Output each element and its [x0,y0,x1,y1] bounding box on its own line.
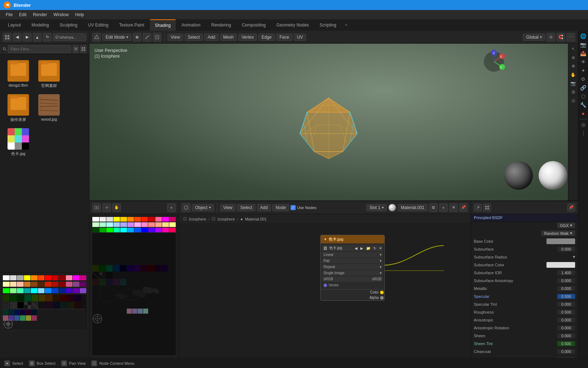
copy-material[interactable]: ⧉ [429,203,438,212]
file-item-dengzi[interactable]: dengzi.fbm [6,60,31,88]
tab-scripting[interactable]: Scripting [315,19,341,31]
panel-icon-particles[interactable]: ✦ [579,67,587,74]
bsdf-sheentint-row[interactable]: Sheen Tint 0.500 [471,340,578,348]
swatch-red-orange[interactable] [38,275,45,280]
face-menu[interactable]: Face [276,34,292,41]
panel-icon-modifier[interactable]: 🔧 [579,101,587,109]
proportional-edit[interactable]: ⊙ [546,33,555,42]
p-swatch[interactable] [99,217,106,222]
swatch-dk-brown[interactable] [38,282,45,287]
tool-camera[interactable]: 📷 [569,79,577,87]
swatch-green[interactable] [3,288,10,293]
edge-menu[interactable]: Edge [258,34,275,41]
lr-tool2[interactable] [483,204,491,212]
hand-tool-btn[interactable]: ✋ [112,203,121,212]
add-node-btn[interactable]: + [167,203,176,212]
p-swatch[interactable] [113,222,120,227]
p-swatch[interactable] [141,217,148,222]
p-swatch[interactable] [162,228,169,232]
panel-icon-constraints[interactable]: 🔗 [579,84,587,92]
bsdf-basecolor-swatch[interactable] [546,238,575,244]
swatch-purple-red[interactable] [80,275,87,280]
bsdf-sheentint-val[interactable]: 0.500 [557,341,575,346]
p-swatch[interactable] [134,222,141,227]
bsdf-specular-val[interactable]: 0.500 [557,294,575,299]
tab-geometry-nodes[interactable]: Geometry Nodes [271,19,314,31]
select-tool-btn[interactable]: ⊹ [102,203,111,212]
img-reload[interactable]: ↻ [372,246,377,250]
bsdf-subsurface-val[interactable]: 0.000 [557,247,575,252]
select-menu[interactable]: Select [185,34,203,41]
bsdf-anisorot-val[interactable]: 0.000 [557,325,575,330]
p-swatch[interactable] [169,228,176,232]
swatch-red2[interactable] [45,282,52,287]
tab-sculpting[interactable]: Sculpting [55,19,82,31]
p-swatch[interactable] [141,228,148,232]
tab-compositing[interactable]: Compositing [237,19,271,31]
menu-edit[interactable]: Edit [16,11,29,18]
new-material[interactable]: + [439,203,448,212]
swatch-white[interactable] [3,275,10,280]
view-menu[interactable]: View [167,34,183,41]
img-browse[interactable]: 📁 [365,246,371,250]
bsdf-basecolor-row[interactable]: Base Color [471,237,578,245]
tool-move[interactable]: ✥ [569,62,577,70]
bsdf-spectint-row[interactable]: Specular Tint 0.000 [471,300,578,308]
p-swatch[interactable] [106,228,113,232]
bsdf-specular-row[interactable]: Specular 0.500 [471,292,578,300]
swatch-dk-blue[interactable] [52,288,59,293]
bsdf-aniso-val[interactable]: 0.000 [557,318,575,323]
swatch-brown[interactable] [31,282,38,287]
swatch-lt-yellow[interactable] [3,282,10,287]
viewport-3d[interactable]: User Perspective (1) Icosphere X Y Z [89,44,578,200]
p-swatch[interactable] [120,217,127,222]
lr-pin[interactable]: 📌 [567,204,575,212]
swatch-blue[interactable] [45,288,52,293]
node-select-menu[interactable]: Select [237,204,255,211]
bsdf-metallic-row[interactable]: Metallic 0.000 [471,285,578,292]
panel-icon-object[interactable]: ⬡ [579,92,587,100]
image-texture-node[interactable]: ▼ 色卡.jpg 🖼 色卡.jpg ◀ ▶ 📁 ↻ [320,235,385,301]
bsdf-subsurface-row[interactable]: Subsurface 0.000 [471,245,578,253]
lr-tool1[interactable]: ↗ [474,204,482,212]
breadcrumb-part3[interactable]: Material.001 [245,217,267,221]
bsdf-subradius-row[interactable]: Subsurface Radius ▾ [471,253,578,261]
mesh-menu[interactable]: Mesh [220,34,237,41]
bsdf-subcolor-swatch[interactable] [546,262,575,268]
menu-file[interactable]: File [3,11,15,18]
bsdf-metallic-val[interactable]: 0.000 [557,286,575,291]
tab-uv-editing[interactable]: UV Editing [83,19,113,31]
sidebar-refresh-btn[interactable]: ↻ [43,33,52,42]
p-swatch[interactable] [148,228,155,232]
p-swatch[interactable] [169,217,176,222]
breadcrumb-part2[interactable]: Icosphere [218,217,235,221]
bsdf-dist-dropdown[interactable]: GGX ▾ [557,223,575,228]
tool-overlay[interactable]: ◎ [569,97,577,105]
bsdf-subradius-chevron[interactable]: ▾ [573,255,575,259]
swatch-sky[interactable] [38,288,45,293]
swatch-violet[interactable] [73,282,79,287]
uv-menu[interactable]: UV [294,34,306,41]
panel-icon-output[interactable]: 📤 [579,49,587,57]
sidebar-up-btn[interactable]: ▲ [33,33,42,42]
img-ext-dropdown[interactable]: ▾ [380,259,382,263]
panel-icon-material[interactable]: ● [579,110,587,117]
node-canvas[interactable]: ▼ 色卡.jpg 🖼 色卡.jpg ◀ ▶ 📁 ↻ [179,224,471,358]
pin-material[interactable]: 📌 [459,203,468,212]
p-swatch[interactable] [148,222,155,227]
p-swatch[interactable] [113,217,120,222]
panel-icon-render[interactable]: 📷 [579,41,587,49]
p-swatch[interactable] [99,222,106,227]
bsdf-sheen-row[interactable]: Sheen 0.000 [471,332,578,340]
swatch-blue-purple[interactable] [73,288,79,293]
p-swatch[interactable] [106,217,113,222]
tab-texture-paint[interactable]: Texture Paint [114,19,149,31]
p-swatch[interactable] [92,222,99,227]
img-nav-next[interactable]: ▶ [359,246,364,250]
p-swatch[interactable] [120,228,127,232]
p-swatch[interactable] [92,217,99,222]
p-swatch[interactable] [134,228,141,232]
node-node-menu[interactable]: Node [272,204,289,211]
swatch-red3[interactable] [52,282,59,287]
menu-render[interactable]: Render [30,11,50,18]
